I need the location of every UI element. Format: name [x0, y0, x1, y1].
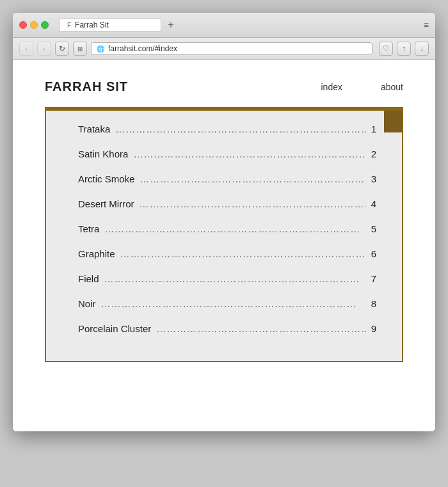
toc-dots-7: …………………………………………………………………	[104, 273, 366, 284]
heart-icon: ♡	[383, 44, 390, 53]
toc-number-7: 7	[371, 273, 376, 284]
toc-dots-9: …………………………………………………………………	[156, 323, 365, 334]
heart-button[interactable]: ♡	[379, 42, 393, 56]
list-item[interactable]: Tetra ………………………………………………………………… 5	[78, 223, 376, 234]
tab-favicon: F	[67, 22, 71, 29]
toc-title-1: Trataka	[78, 124, 110, 134]
nav-actions: ♡ ↑ ↓	[379, 42, 429, 56]
address-bar[interactable]: 🌐 farrahsit.com/#index	[91, 42, 372, 55]
toc-dots-4: …………………………………………………………………	[140, 198, 366, 209]
toc-title-7: Field	[78, 273, 99, 284]
toc-title-6: Graphite	[78, 248, 115, 259]
title-bar: F Farrah Sit + ≡	[13, 13, 435, 38]
toc-number-4: 4	[371, 198, 376, 209]
back-icon: ‹	[25, 45, 28, 52]
toc-number-5: 5	[371, 223, 376, 234]
toc-number-2: 2	[371, 148, 376, 159]
share-icon: ↑	[402, 44, 406, 53]
grid-icon: ⊞	[77, 45, 83, 52]
download-icon: ↓	[420, 44, 424, 53]
download-button[interactable]: ↓	[415, 42, 429, 56]
browser-window: F Farrah Sit + ≡ ‹ › ↻ ⊞ 🌐 farrahsit.com…	[13, 13, 435, 431]
brown-block-decoration	[384, 107, 403, 132]
tab-label: Farrah Sit	[75, 20, 109, 29]
list-item[interactable]: Noir ………………………………………………………………… 8	[78, 298, 376, 309]
minimize-button[interactable]	[30, 21, 38, 29]
toc-title-5: Tetra	[78, 223, 99, 234]
new-tab-button[interactable]: +	[165, 19, 177, 31]
list-item[interactable]: Trataka ………………………………………………………………… 1	[78, 124, 376, 134]
toc-title-9: Porcelain Cluster	[78, 323, 151, 334]
address-text: farrahsit.com/#index	[108, 44, 367, 53]
toc-title-8: Noir	[78, 298, 96, 309]
toc-number-8: 8	[371, 298, 376, 309]
active-tab[interactable]: F Farrah Sit	[59, 18, 161, 32]
maximize-button[interactable]	[41, 21, 49, 29]
browser-menu-icon[interactable]: ≡	[424, 20, 429, 30]
back-button[interactable]: ‹	[19, 42, 33, 56]
list-item[interactable]: Graphite ………………………………………………………………… 6	[78, 248, 376, 259]
toc-dots-5: …………………………………………………………………	[104, 223, 365, 234]
list-item[interactable]: Desert Mirror ………………………………………………………………… …	[78, 198, 376, 209]
nav-index-link[interactable]: index	[321, 82, 342, 92]
toc-dots-8: …………………………………………………………………	[101, 298, 366, 309]
toc-dots-3: …………………………………………………………………	[140, 173, 365, 184]
site-navigation: index about	[321, 82, 403, 92]
toc-number-6: 6	[371, 248, 376, 259]
share-button[interactable]: ↑	[397, 42, 411, 56]
close-button[interactable]	[19, 21, 27, 29]
tab-area: F Farrah Sit +	[59, 18, 419, 32]
book-container: Trataka ………………………………………………………………… 1 Sati…	[45, 107, 403, 362]
reload-icon: ↻	[59, 44, 65, 53]
list-item[interactable]: Arctic Smoke ………………………………………………………………… 3	[78, 173, 376, 184]
toc-dots-6: …………………………………………………………………	[120, 248, 366, 259]
list-item[interactable]: Satin Khora ………………………………………………………………… 2	[78, 148, 376, 159]
traffic-lights	[19, 21, 49, 29]
forward-button[interactable]: ›	[37, 42, 51, 56]
toc-number-3: 3	[371, 173, 376, 184]
list-item[interactable]: Field ………………………………………………………………… 7	[78, 273, 376, 284]
app-grid-button[interactable]: ⊞	[73, 42, 87, 56]
toc-title-2: Satin Khora	[78, 148, 128, 159]
list-item[interactable]: Porcelain Cluster ……………………………………………………………	[78, 323, 376, 334]
nav-bar: ‹ › ↻ ⊞ 🌐 farrahsit.com/#index ♡ ↑ ↓	[13, 38, 435, 60]
page-content: FARRAH SIT index about Trataka …………………………	[13, 60, 435, 431]
lock-icon: 🌐	[97, 45, 104, 52]
reload-button[interactable]: ↻	[55, 42, 69, 56]
toc-title-3: Arctic Smoke	[78, 173, 134, 184]
toc-number-1: 1	[371, 124, 376, 134]
toc-dots-2: …………………………………………………………………	[133, 148, 365, 159]
toc-number-9: 9	[371, 323, 376, 334]
toc-dots-1: …………………………………………………………………	[115, 124, 365, 134]
site-title: FARRAH SIT	[45, 79, 128, 94]
nav-about-link[interactable]: about	[381, 82, 403, 92]
site-header: FARRAH SIT index about	[13, 60, 435, 107]
toc-title-4: Desert Mirror	[78, 198, 134, 209]
forward-icon: ›	[43, 45, 45, 52]
toc-scroll-area[interactable]: Trataka ………………………………………………………………… 1 Sati…	[46, 111, 402, 361]
